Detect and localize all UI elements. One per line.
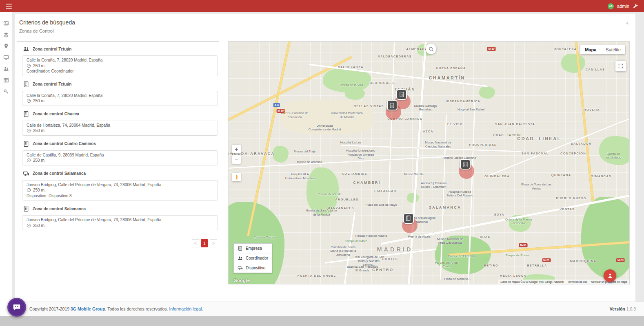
- map-view-button[interactable]: Mapa: [580, 45, 601, 54]
- map-label: Ermita de San Antonio de la Florida: [305, 209, 338, 216]
- devices-icon[interactable]: [3, 55, 9, 60]
- company-icon: [238, 246, 243, 251]
- map-label: SAN JUAN BAUTISTA: [495, 122, 535, 126]
- map-label: Universidad Complutense de Madrid: [309, 123, 341, 131]
- map-label: Campo del Moro: [345, 239, 367, 243]
- map-label: Anden 0 | Estación Museo - Chamberí: [417, 181, 450, 189]
- wrench-icon[interactable]: [633, 3, 638, 9]
- page-1-button[interactable]: 1: [201, 239, 208, 247]
- map-label: EL VISO: [447, 122, 463, 126]
- zone-list-item[interactable]: Zona de control ChuecaCalle de Hortaleza…: [17, 108, 219, 138]
- map-label: BERRUGUETE: [370, 81, 396, 85]
- tracking-icon[interactable]: [3, 43, 9, 49]
- gallery-icon[interactable]: [3, 20, 9, 26]
- legend-label: Coordinador: [246, 256, 268, 260]
- map-label: Dehesa de la Villa: [338, 83, 363, 87]
- road-badge: M-30: [487, 47, 496, 51]
- map-label: Parque de El Retiro: [448, 254, 475, 258]
- map-label: Hospital HLA Universitario Moncloa: [284, 172, 316, 180]
- zone-address: Janson Bridging, Calle del Príncipe de V…: [27, 182, 213, 188]
- users-icon[interactable]: [3, 66, 9, 72]
- username[interactable]: admin: [617, 4, 629, 9]
- zone-radius-value: 250 m.: [33, 158, 46, 163]
- map-label: Basílica San Francisco El Grande: [346, 265, 379, 273]
- zone-header: Zona de control Cuatro Caminos: [17, 141, 219, 147]
- zone-header: Zona de control Chueca: [17, 111, 219, 117]
- zone-list-item[interactable]: Zona de control Cuatro CaminosCalle de C…: [17, 138, 219, 168]
- map-label: PUERTA DEL ÁNGEL: [298, 274, 336, 278]
- zone-list-item[interactable]: Zona control TetuánCalle la Coruña, 7, 2…: [17, 43, 219, 79]
- fullscreen-button[interactable]: [615, 61, 626, 71]
- zone-details: Janson Bridging, Calle del Príncipe de V…: [22, 180, 218, 201]
- zone-header: Zona control Tetuán: [17, 81, 219, 88]
- map-label: HORTALEZA: [554, 47, 577, 51]
- radius-icon: [27, 128, 31, 133]
- zone-details: Calle la Coruña, 7, 28020 Madrid, España…: [22, 91, 218, 106]
- zone-list-item[interactable]: Zona de control SalamancaJanson Bridging…: [17, 168, 219, 203]
- device-icon: [238, 265, 243, 271]
- terms-link[interactable]: Términos de uso: [568, 280, 587, 283]
- chat-widget-button[interactable]: [7, 298, 26, 317]
- zones-icon[interactable]: [3, 32, 9, 37]
- avatar[interactable]: AD: [608, 3, 614, 9]
- map-label: Hospital San Rafael: [457, 108, 484, 111]
- map-label: CDAD. LINEAL: [517, 136, 561, 141]
- google-logo[interactable]: Google: [233, 278, 250, 283]
- map-label: Museo del Traje: [294, 150, 315, 153]
- coordinator-icon: [23, 46, 29, 52]
- map-label: Museo de América: [297, 160, 322, 164]
- next-page-button[interactable]: >: [210, 239, 217, 247]
- zoom-controls: + −: [232, 145, 241, 164]
- menu-icon[interactable]: [6, 4, 12, 9]
- locate-person-fab[interactable]: [604, 269, 616, 282]
- map-label: ALMENARA: [406, 47, 428, 51]
- zone-radius-value: 250 m.: [33, 188, 46, 193]
- suffix-text: .: [202, 306, 203, 311]
- reports-icon[interactable]: [3, 77, 9, 83]
- permissions-icon[interactable]: [3, 89, 9, 95]
- map-label: Museo Sorolla: [404, 172, 424, 176]
- zoom-in-button[interactable]: +: [232, 145, 241, 153]
- map-label: Palacio Real de Madrid: [355, 234, 387, 238]
- company-icon: [23, 205, 29, 212]
- map-canvas[interactable]: ALMENARAVALDEACEDERASVALDEZARZANUEVA ESP…: [228, 41, 630, 284]
- map-label: Museo Lázaro Galdiano: [444, 156, 476, 160]
- zone-list: Zona control TetuánCalle la Coruña, 7, 2…: [17, 41, 219, 233]
- prev-page-button[interactable]: <: [192, 239, 199, 247]
- zone-radius-value: 250 m.: [33, 64, 46, 68]
- satellite-view-button[interactable]: Satélite: [601, 45, 625, 54]
- zone-radius: 250 m.: [27, 63, 213, 69]
- zone-radius-value: 250 m.: [33, 128, 46, 133]
- map-label: PROSPERIDAD: [469, 143, 497, 146]
- panel-body: Zona control TetuánCalle la Coruña, 7, 2…: [15, 37, 635, 284]
- park-area: [345, 88, 365, 100]
- zone-list-item[interactable]: Zona de control SalamancaJanson Bridging…: [17, 203, 219, 233]
- app-background: AD admin Criterios de búsqueda Zonas de …: [0, 0, 644, 316]
- expand-toggle-button[interactable]: +: [625, 20, 629, 26]
- map-search-button[interactable]: [426, 44, 436, 54]
- pegman-streetview-button[interactable]: [232, 173, 241, 181]
- zone-header: Zona control Tetuán: [17, 46, 219, 52]
- map-label: CHAMARTÍN: [429, 75, 465, 80]
- legal-link[interactable]: Información legal: [169, 306, 202, 311]
- zoom-out-button[interactable]: −: [232, 155, 241, 164]
- road-badge: M-30: [519, 243, 527, 247]
- page-title: Criterios de búsqueda: [19, 19, 630, 26]
- map-label: MADRID: [377, 246, 413, 253]
- zone-extra: Dispositivo: Dispositivo 8: [27, 193, 213, 199]
- legend-label: Empresa: [246, 246, 262, 251]
- zone-address: Calle la Coruña, 7, 28020 Madrid, España: [27, 93, 213, 99]
- map-label: CONCEPCIÓN: [560, 151, 586, 155]
- zone-name: Zona de control Cuatro Caminos: [33, 141, 96, 146]
- brand-link[interactable]: 3G Mobile Group: [71, 306, 105, 311]
- map-label: Hospital Nuestra Señora Del Rosario: [444, 190, 476, 198]
- zone-address: Calle de Castilla, 9, 28039 Madrid, Espa…: [27, 152, 213, 158]
- map-label: PUEBLO NUEVO: [556, 196, 586, 200]
- zone-list-item[interactable]: Zona control TetuánCalle la Coruña, 7, 2…: [17, 79, 219, 108]
- zone-name: Zona control Tetuán: [33, 82, 71, 86]
- zone-radius: 250 m.: [27, 223, 213, 229]
- radius-icon: [27, 223, 31, 228]
- zone-details: Calle la Coruña, 7, 28020 Madrid, España…: [22, 55, 218, 76]
- zone-details: Janson Bridging, Calle del Príncipe de V…: [22, 215, 218, 230]
- radius-icon: [27, 188, 31, 192]
